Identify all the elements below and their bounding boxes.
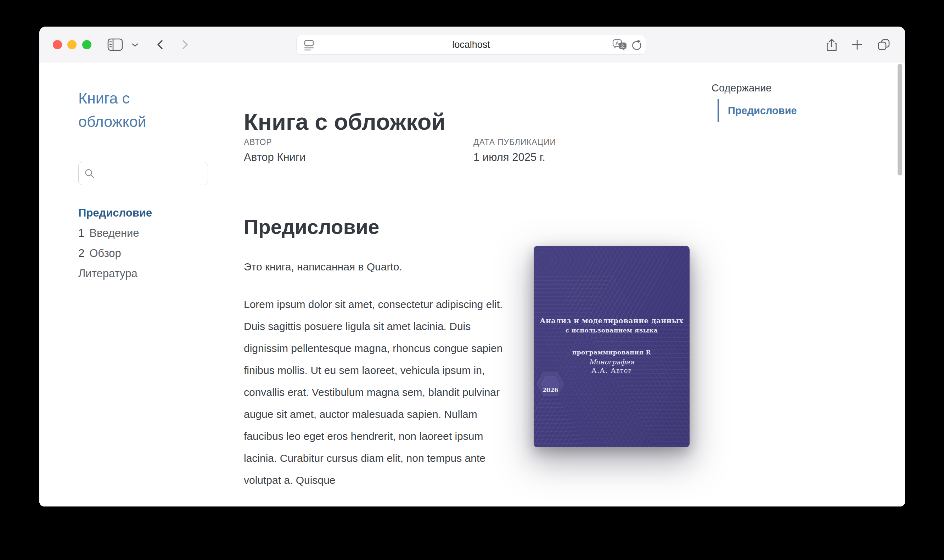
section-heading: Предисловие — [244, 216, 379, 238]
page-title: Книга с обложкой — [244, 109, 446, 135]
toolbar-divider — [128, 37, 128, 53]
search-box[interactable] — [78, 162, 208, 185]
author-label: АВТОР — [244, 137, 272, 147]
svg-text:A: A — [615, 40, 620, 46]
sidebar-book-title[interactable]: Книга с обложкой — [78, 86, 184, 133]
sidebar-item-label: Литература — [78, 267, 137, 280]
cover-year-badge: 2026 — [539, 379, 561, 401]
toc-item-label: Предисловие — [728, 105, 797, 117]
url-text[interactable]: localhost — [297, 35, 646, 54]
browser-window: localhost A 文 — [39, 26, 905, 506]
tab-overview-button[interactable] — [878, 39, 890, 50]
author-value: Автор Книги — [244, 151, 306, 164]
forward-button[interactable] — [181, 40, 189, 49]
web-page: Книга с обложкой Предисловие 1 Введение … — [39, 62, 905, 506]
browser-toolbar: localhost A 文 — [39, 26, 905, 62]
date-value: 1 июля 2025 г. — [474, 151, 545, 164]
sidebar-item-introduction[interactable]: 1 Введение — [78, 223, 152, 243]
toc-item-preface[interactable]: Предисловие — [718, 99, 797, 122]
toc-heading: Содержание — [712, 82, 772, 94]
chevron-down-icon[interactable] — [132, 43, 138, 47]
new-tab-button[interactable] — [852, 39, 863, 50]
sidebar-toggle-button[interactable] — [108, 38, 123, 51]
back-button[interactable] — [156, 40, 164, 49]
close-window-button[interactable] — [53, 40, 62, 49]
zoom-window-button[interactable] — [82, 40, 91, 49]
sidebar-item-label: Обзор — [89, 247, 121, 260]
address-bar[interactable]: localhost A 文 — [296, 35, 646, 55]
book-cover-image: Анализ и моделирование данных с использо… — [533, 246, 690, 447]
sidebar-item-overview[interactable]: 2 Обзор — [78, 243, 152, 263]
search-input[interactable] — [98, 164, 202, 183]
vertical-scrollbar[interactable] — [898, 64, 902, 175]
search-icon — [85, 168, 95, 179]
translate-icon[interactable]: A 文 — [612, 39, 627, 52]
minimize-window-button[interactable] — [67, 40, 77, 49]
sidebar-nav: Предисловие 1 Введение 2 Обзор Литератур… — [78, 203, 152, 283]
reload-button[interactable] — [631, 39, 643, 51]
date-label: ДАТА ПУБЛИКАЦИИ — [474, 137, 556, 147]
article-body: Анализ и моделирование данных с использо… — [244, 246, 690, 491]
chapter-number: 2 — [78, 247, 85, 260]
share-button[interactable] — [826, 38, 837, 51]
chapter-number: 1 — [78, 227, 85, 240]
sidebar-item-label: Предисловие — [78, 207, 152, 219]
sidebar-item-preface[interactable]: Предисловие — [78, 203, 152, 223]
cover-author: А.А. Автор — [533, 359, 690, 382]
sidebar-item-label: Введение — [89, 227, 139, 240]
svg-text:文: 文 — [621, 43, 625, 49]
sidebar-item-references[interactable]: Литература — [78, 263, 152, 283]
